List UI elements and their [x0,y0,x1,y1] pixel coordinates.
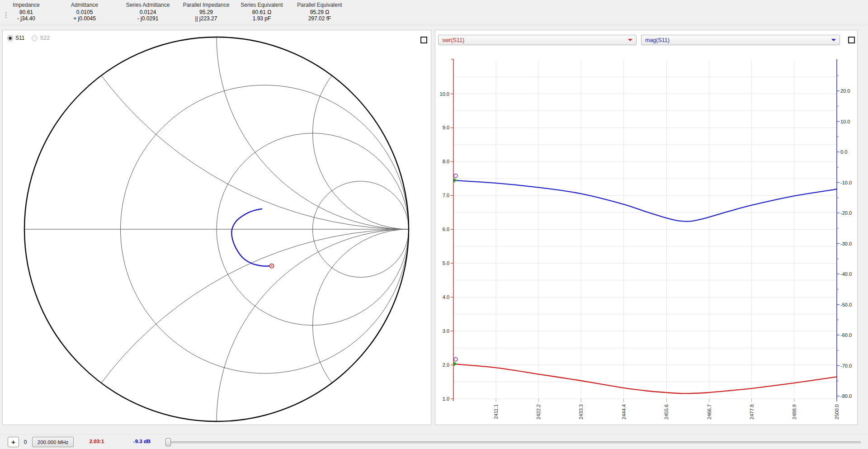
s11-radio[interactable]: S11 [7,35,24,41]
left-axis-swr: 10.09.08.07.06.05.04.03.02.01.0 [440,59,453,402]
add-marker-button[interactable]: + [8,437,19,447]
svg-text:10.0: 10.0 [840,119,850,124]
s22-radio-label: S22 [40,35,49,41]
marker-index: 0 [22,439,29,445]
s11-radio-dot [7,35,13,41]
right-axis-db: 20.010.00.0-10.0-20.0-30.0-40.0-50.0-60.… [837,59,852,401]
svg-text:8.0: 8.0 [443,159,449,164]
xy-chart[interactable]: 10.09.08.07.06.05.04.03.02.01.020.010.00… [435,30,857,425]
readout-impedance: Impedance 80.61 - j34.40 [0,2,58,22]
marker-swr-value: 2.03:1 [85,439,108,444]
svg-text:6.0: 6.0 [443,227,449,232]
readout-parallel-impedance: Parallel Impedance 95.29 || j223.27 [175,2,238,22]
readout-series-equivalent: Series Equivalent 80.61 Ω 1.93 pF [230,2,293,22]
s22-radio[interactable]: S22 [32,35,49,41]
readout-parallel-equivalent: Parallel Equivalent 95.29 Ω 297.02 fF [288,2,351,22]
swr-curve [453,364,837,393]
mag-curve [453,180,837,222]
svg-text:9.0: 9.0 [443,125,449,130]
smith-marker [269,264,274,268]
svg-text:0.0: 0.0 [840,149,847,155]
s11-trace [231,209,272,266]
svg-text:7.0: 7.0 [443,193,449,198]
svg-text:-20.0: -20.0 [840,210,852,216]
svg-text:2422.2: 2422.2 [536,404,541,420]
trace-select-radios: S11 S22 [7,35,50,41]
svg-text:2433.3: 2433.3 [578,404,584,420]
svg-text:-40.0: -40.0 [840,271,852,277]
graph-panel: swr(S11) mag(S11) 10.09.08.07.06.05.04.0… [435,30,858,425]
svg-text:3.0: 3.0 [443,328,449,334]
mag-start-marker [454,174,458,183]
svg-text:2444.4: 2444.4 [621,404,627,420]
svg-text:20.0: 20.0 [840,88,850,94]
readout-series-admittance: Series Admittance 0.0124 - j0.0291 [116,2,179,22]
svg-text:2466.7: 2466.7 [707,404,712,420]
s11-radio-label: S11 [15,35,24,41]
x-axis-frequency: 2411.12422.22433.32444.42455.62466.72477… [493,399,840,420]
svg-text:2411.1: 2411.1 [493,404,499,419]
s22-radio-dot [32,35,38,41]
smith-chart-panel: S11 S22 [2,30,431,425]
svg-text:1.0: 1.0 [443,396,449,402]
marker-frequency-button[interactable]: 200.000 MHz [32,437,74,447]
svg-text:4.0: 4.0 [443,294,449,300]
svg-text:2477.8: 2477.8 [749,404,755,420]
svg-text:2455.6: 2455.6 [664,404,669,420]
marker-bar: + 0 200.000 MHz 2.03:1 -9.3 dB [0,434,868,449]
svg-text:-30.0: -30.0 [840,241,852,246]
svg-text:-70.0: -70.0 [840,363,852,369]
svg-text:2.0: 2.0 [443,362,449,368]
readout-header: ⋮ Impedance 80.61 - j34.40 Admittance 0.… [0,0,868,25]
slider-handle[interactable] [165,438,171,446]
svg-text:-10.0: -10.0 [840,180,852,185]
svg-text:10.0: 10.0 [440,91,449,97]
marker-db-value: -9.3 dB [130,439,154,444]
marker-slider[interactable] [165,438,860,446]
svg-text:5.0: 5.0 [443,260,449,266]
svg-text:-80.0: -80.0 [840,393,852,399]
svg-text:2488.9: 2488.9 [792,404,797,420]
smith-chart[interactable] [3,30,431,425]
readout-admittance: Admittance 0.0105 + j0.0045 [53,2,116,22]
slider-track [165,441,861,444]
gridlines [453,61,837,399]
svg-text:-60.0: -60.0 [840,332,852,338]
svg-text:-50.0: -50.0 [840,302,852,307]
svg-text:2500.0: 2500.0 [834,404,840,420]
